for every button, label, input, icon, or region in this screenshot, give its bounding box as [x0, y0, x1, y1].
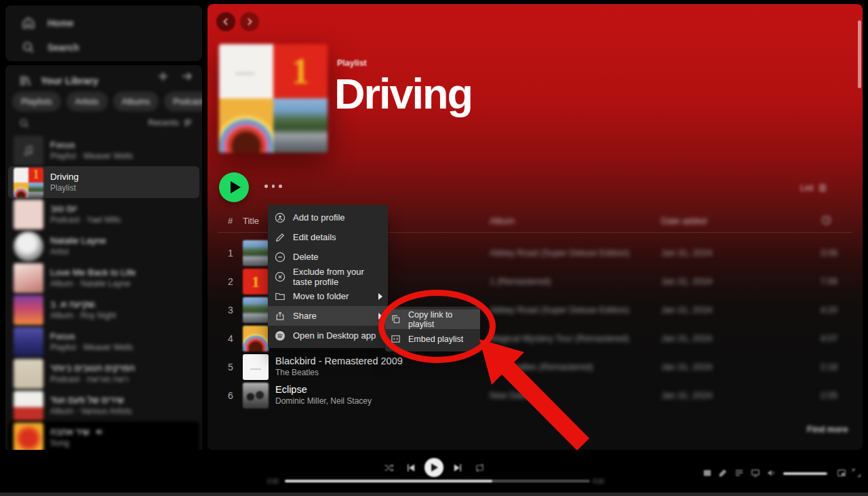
track-duration: 4:20 [797, 305, 837, 315]
volume-icon[interactable] [767, 468, 776, 478]
play-button[interactable] [219, 172, 249, 202]
item-subtitle: Podcast · רשת מורשת [50, 375, 135, 384]
more-options-button[interactable] [264, 185, 282, 188]
list-item[interactable]: FocusPlaylist · Weaver Wells [8, 134, 199, 166]
track-duration: 7:08 [797, 276, 837, 286]
track-cover [243, 354, 269, 380]
list-item[interactable]: Natalie LayneArtist [8, 230, 199, 262]
shuffle-icon[interactable] [384, 463, 394, 473]
playlist-cover [14, 136, 43, 166]
previous-track-icon[interactable] [406, 463, 416, 473]
lyrics-icon[interactable] [718, 468, 728, 478]
track-album[interactable]: The Beatles (Remastered) [490, 362, 593, 372]
queue-icon[interactable] [734, 468, 744, 478]
menu-item-label: Exclude from your taste profile [293, 267, 381, 287]
repeat-icon[interactable] [475, 463, 485, 473]
column-title[interactable]: Title [243, 216, 259, 226]
library-title: Your Library [41, 75, 98, 86]
playlist-view: 1 Playlist Driving List # Title Album Da… [208, 4, 863, 450]
list-item-driving[interactable]: 1 DrivingPlaylist [8, 166, 199, 198]
duration-column-clock-icon[interactable] [821, 215, 831, 227]
x-circle-icon [275, 271, 285, 282]
scrollbar[interactable] [858, 20, 861, 88]
list-item[interactable]: FocusPlaylist · Weaver Wells [8, 326, 199, 358]
track-album[interactable]: Magical Mystery Tour (Remastered) [490, 333, 629, 343]
sidebar-item-home[interactable]: Home [5, 11, 202, 35]
volume-slider[interactable] [783, 472, 828, 475]
track-number: 6 [228, 390, 233, 401]
track-album[interactable]: New Dawn [490, 390, 532, 400]
menu-item-edit-details[interactable]: Edit details [268, 227, 388, 247]
now-playing-view-icon[interactable] [703, 468, 712, 478]
item-title: Driving [50, 172, 79, 182]
library-list: FocusPlaylist · Weaver Wells 1 DrivingPl… [8, 134, 199, 485]
track-album[interactable]: Abbey Road (Super Deluxe Edition) [490, 248, 629, 258]
menu-item-add-to-profile[interactable]: Add to profile [268, 208, 388, 227]
track-number: 5 [228, 362, 233, 373]
progress-bar[interactable] [285, 480, 590, 482]
track-row[interactable]: 5 Blackbird - Remastered 2009 The Beatle… [208, 353, 863, 381]
progress-fill [285, 480, 492, 482]
list-item[interactable]: שירים של פעם ועודAlbum · Various Artists [8, 389, 199, 421]
column-album[interactable]: Album [490, 216, 515, 226]
home-label: Home [47, 18, 74, 28]
chip-artists[interactable]: Artists [66, 92, 108, 111]
item-subtitle: Playlist · Weaver Wells [50, 343, 133, 352]
view-toggle-button[interactable]: List [800, 183, 827, 193]
menu-item-exclude-taste-profile[interactable]: Exclude from your taste profile [268, 267, 388, 286]
track-cover [243, 326, 269, 351]
menu-item-label: Share [293, 311, 317, 321]
expand-library-icon[interactable] [181, 71, 193, 82]
forward-button[interactable] [240, 12, 259, 31]
track-duration: 4:07 [797, 333, 837, 343]
item-subtitle: Album · Various Artists [50, 406, 132, 416]
list-item[interactable]: יום טובPodcast · Yael Mills [8, 198, 199, 230]
list-item[interactable]: שקיעה א. ב.Album · Roy Night [8, 294, 199, 326]
menu-item-label: Add to profile [293, 212, 345, 223]
track-title[interactable]: Eclipse [275, 384, 372, 395]
player-play-button[interactable] [425, 458, 443, 477]
find-more-link[interactable]: Find more [807, 425, 848, 434]
track-artist[interactable]: Dominic Miller, Neil Stacey [275, 396, 372, 406]
menu-item-share[interactable]: Share [268, 306, 388, 326]
playlist-type-label: Playlist [337, 58, 367, 68]
item-subtitle: Album · Roy Night [50, 311, 116, 320]
music-note-icon [22, 145, 35, 157]
item-title: Love Me Back to Life [50, 267, 136, 278]
connect-device-icon[interactable] [751, 468, 760, 478]
list-item[interactable]: הפרקים הטובים ביותרPodcast · רשת מורשת [8, 358, 199, 389]
miniplayer-icon[interactable] [837, 468, 846, 478]
next-track-icon[interactable] [452, 463, 462, 473]
column-index[interactable]: # [228, 216, 233, 226]
track-album[interactable]: 1 (Remastered) [490, 276, 551, 286]
chip-albums[interactable]: Albums [113, 92, 159, 111]
folder-icon [275, 291, 285, 302]
column-date-added[interactable]: Date added [661, 216, 707, 226]
fullscreen-icon[interactable] [852, 468, 861, 478]
track-artist[interactable]: The Beatles [275, 368, 403, 377]
chip-podcasts[interactable]: Podcasts & Shows [164, 92, 202, 111]
chip-playlists[interactable]: Playlists [12, 92, 61, 111]
track-title[interactable]: Blackbird - Remastered 2009 [275, 356, 403, 366]
create-playlist-icon[interactable] [157, 71, 169, 82]
track-number: 2 [228, 276, 233, 287]
sidebar-item-search[interactable]: Search [5, 35, 202, 60]
track-album[interactable]: Abbey Road (Super Deluxe Edition) [490, 305, 629, 315]
track-date-added: Jan 31, 2024 [661, 276, 712, 286]
menu-item-move-to-folder[interactable]: Move to folder [268, 286, 388, 306]
item-title: שקיעה א. ב. [50, 299, 116, 309]
list-item[interactable]: Love Me Back to LifeAlbum · Natalie Layn… [8, 262, 199, 294]
menu-item-delete[interactable]: Delete [268, 247, 388, 267]
menu-item-open-desktop-app[interactable]: Open in Desktop app [268, 326, 388, 345]
item-subtitle: Artist [50, 247, 106, 256]
library-search-icon[interactable] [19, 118, 30, 129]
track-row[interactable]: 6 Eclipse Dominic Miller, Neil Stacey Ne… [208, 381, 863, 410]
menu-item-label: Edit details [293, 232, 336, 242]
album-cover [14, 263, 43, 293]
list-item-now-playing[interactable]: שיר אהבה Song [8, 421, 199, 453]
sort-recents-button[interactable]: Recents [148, 118, 193, 128]
back-button[interactable] [216, 12, 235, 31]
pencil-icon [275, 232, 285, 243]
play-icon [431, 463, 438, 472]
window-edge-strip [0, 493, 868, 496]
